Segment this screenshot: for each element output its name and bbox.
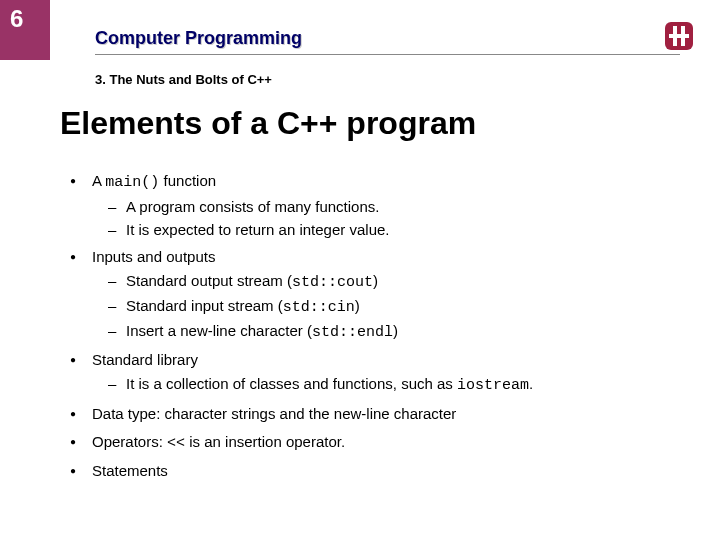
header-divider [95,54,680,55]
bullet-icon [70,431,92,453]
sub-bullet: It is expected to return an integer valu… [108,219,680,241]
slide-content: A main() function A program consists of … [70,170,680,488]
bullet-statements: Statements [70,460,680,482]
bullet-operators: Operators: << is an insertion operator. [70,431,680,455]
dash-icon [108,196,126,218]
bullet-icon [70,403,92,425]
dash-icon [108,219,126,241]
bullet-datatype: Data type: character strings and the new… [70,403,680,425]
page-number: 6 [0,0,50,60]
dash-icon [108,373,126,395]
course-title: Computer Programming [95,28,302,49]
dash-icon [108,320,126,342]
sub-bullet: It is a collection of classes and functi… [108,373,680,397]
sub-bullet: A program consists of many functions. [108,196,680,218]
dash-icon [108,295,126,317]
chapter-label: 3. The Nuts and Bolts of C++ [95,72,272,87]
bullet-icon [70,460,92,482]
slide-header: 6 Computer Programming [0,0,720,60]
bullet-icon [70,246,92,268]
bullet-io: Inputs and outputs Standard output strea… [70,246,680,343]
bullet-icon [70,349,92,371]
dash-icon [108,270,126,292]
bullet-icon [70,170,92,192]
sub-bullet: Standard input stream (std::cin) [108,295,680,319]
sub-bullet: Insert a new-line character (std::endl) [108,320,680,344]
bullet-stdlib: Standard library It is a collection of c… [70,349,680,397]
university-logo-icon [663,20,695,52]
svg-rect-3 [669,34,689,38]
bullet-main-function: A main() function A program consists of … [70,170,680,240]
sub-bullet: Standard output stream (std::cout) [108,270,680,294]
slide-title: Elements of a C++ program [60,105,476,142]
